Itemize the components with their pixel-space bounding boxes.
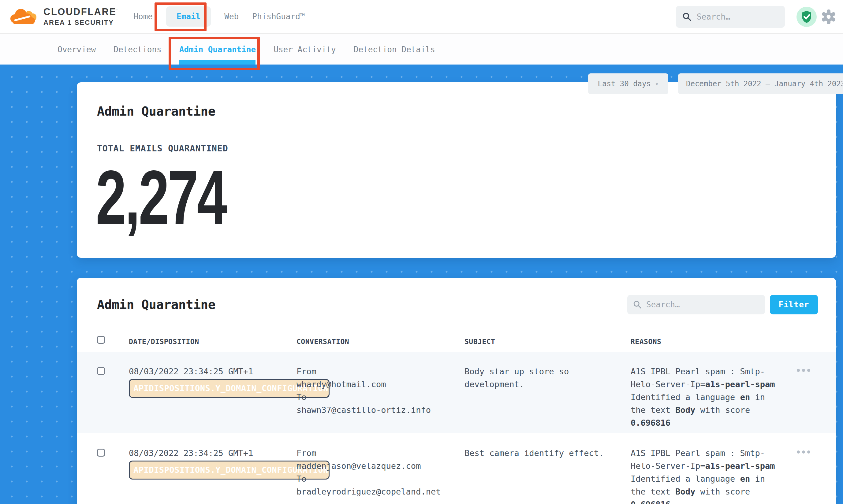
row-checkbox[interactable] [97, 367, 105, 375]
nav-item-email[interactable]: Email [166, 6, 211, 26]
table-card-title: Admin Quarantine [97, 297, 627, 312]
cloudflare-cloud-icon [8, 6, 39, 26]
table-search[interactable] [627, 295, 765, 314]
from-address: whardy@hotmail.com [297, 378, 464, 391]
col-header-date-disposition: DATE/DISPOSITION [129, 328, 297, 346]
summary-card-title: Admin Quarantine [97, 104, 215, 119]
global-search-input[interactable] [697, 12, 779, 21]
summary-card: Admin Quarantine TOTAL EMAILS QUARANTINE… [77, 82, 836, 258]
row-date: 08/03/2022 23:34:25 GMT+1 [129, 447, 297, 460]
filter-button[interactable]: Filter [770, 295, 818, 314]
nav-item-phishguard[interactable]: PhishGuard™ [252, 12, 305, 21]
table-search-input[interactable] [646, 300, 759, 309]
metric-value: 2,274 [96, 159, 226, 236]
tab-detections[interactable]: Detections [113, 45, 161, 54]
subject-text: Best camera identify effect. [464, 447, 608, 460]
to-address: bradleyrodriguez@copeland.net [297, 485, 464, 498]
reasons-cell: A1S IPBL Pearl spam : Smtp- Helo-Server-… [631, 365, 783, 433]
tab-overview[interactable]: Overview [57, 45, 96, 54]
table-row: 08/03/2022 23:34:25 GMT+1 APIDISPOSITION… [77, 433, 836, 504]
date-preset-dropdown[interactable]: Last 30 days ▾ [588, 73, 668, 94]
active-tab-underline [179, 60, 256, 65]
table-header-row: DATE/DISPOSITION CONVERSATION SUBJECT RE… [77, 328, 836, 352]
brand-subtitle: AREA 1 SECURITY [43, 19, 118, 26]
row-actions-kebab-icon[interactable] [797, 369, 815, 372]
metric-label: TOTAL EMAILS QUARANTINED [97, 143, 228, 154]
from-address: maddenjason@velazquez.com [297, 460, 464, 472]
reasons-cell: A1S IPBL Pearl spam : Smtp- Helo-Server-… [631, 447, 783, 504]
row-actions-kebab-icon[interactable] [797, 450, 815, 453]
from-label: From [297, 447, 464, 460]
global-search[interactable] [676, 6, 785, 28]
tab-user-activity[interactable]: User Activity [274, 45, 336, 54]
date-preset-label: Last 30 days [598, 79, 651, 88]
shield-check-icon [796, 6, 817, 27]
to-address: shawn37@castillo-ortiz.info [297, 404, 464, 416]
chevron-down-icon: ▾ [655, 80, 658, 87]
nav-item-home[interactable]: Home [134, 12, 153, 21]
quarantine-table-card: Admin Quarantine Filter DATE/DISPOSITION… [77, 278, 836, 504]
date-range-field[interactable]: December 5th 2022 — January 4th 2023 [678, 73, 843, 94]
protection-status-badge[interactable] [796, 6, 817, 27]
to-label: To [297, 472, 464, 485]
to-label: To [297, 391, 464, 404]
select-all-checkbox[interactable] [97, 336, 105, 344]
from-label: From [297, 365, 464, 378]
conversation-cell: From maddenjason@velazquez.com To bradle… [297, 447, 464, 504]
subject-text: Body star up store so development. [464, 365, 608, 391]
table-row: 08/03/2022 23:34:25 GMT+1 APIDISPOSITION… [77, 352, 836, 433]
row-checkbox[interactable] [97, 449, 105, 456]
search-icon [682, 12, 692, 22]
brand-reg-mark: ’ [117, 8, 119, 13]
conversation-cell: From whardy@hotmail.com To shawn37@casti… [297, 365, 464, 433]
col-header-conversation: CONVERSATION [297, 328, 464, 346]
col-header-subject: SUBJECT [464, 328, 631, 346]
tab-detection-details[interactable]: Detection Details [354, 45, 435, 54]
app-root: CLOUDFLARE’ AREA 1 SECURITY Home Email W… [0, 0, 843, 504]
brand-name: CLOUDFLARE’ [43, 6, 118, 17]
settings-gear-icon[interactable] [821, 9, 837, 25]
email-section-nav: Overview Detections Admin Quarantine Use… [0, 34, 843, 65]
cloudflare-logo[interactable]: CLOUDFLARE’ AREA 1 SECURITY [8, 6, 118, 26]
col-header-reasons: REASONS [631, 328, 783, 346]
nav-item-web[interactable]: Web [224, 12, 239, 21]
row-date: 08/03/2022 23:34:25 GMT+1 [129, 365, 297, 378]
top-nav: CLOUDFLARE’ AREA 1 SECURITY Home Email W… [0, 0, 843, 34]
date-range-label: December 5th 2022 — January 4th 2023 [686, 79, 843, 88]
primary-nav: Home Email Web PhishGuard™ [134, 6, 305, 26]
tab-admin-quarantine[interactable]: Admin Quarantine [179, 45, 256, 54]
search-icon [633, 300, 642, 309]
